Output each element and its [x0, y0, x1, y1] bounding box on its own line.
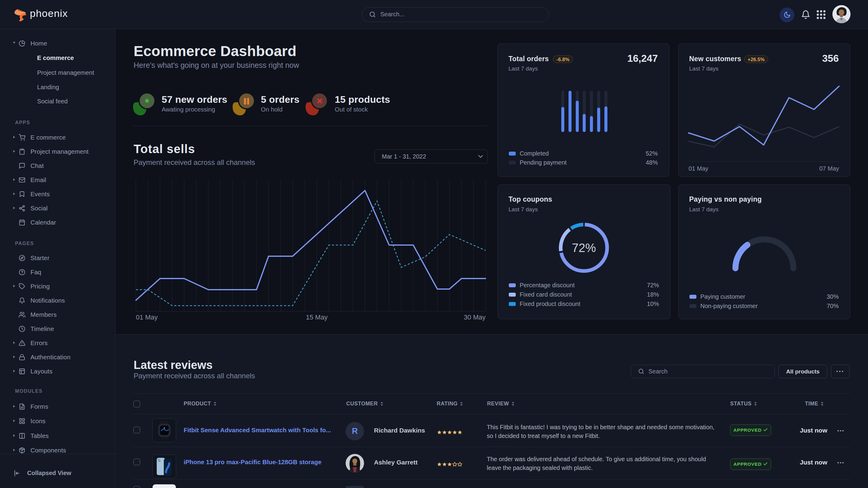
svg-text:07 May: 07 May	[819, 165, 839, 172]
svg-text:72%: 72%	[572, 241, 596, 254]
svg-text:01 May: 01 May	[136, 314, 158, 321]
svg-text:01 May: 01 May	[688, 165, 709, 172]
svg-text:15 May: 15 May	[306, 314, 328, 321]
svg-text:30 May: 30 May	[464, 314, 486, 321]
